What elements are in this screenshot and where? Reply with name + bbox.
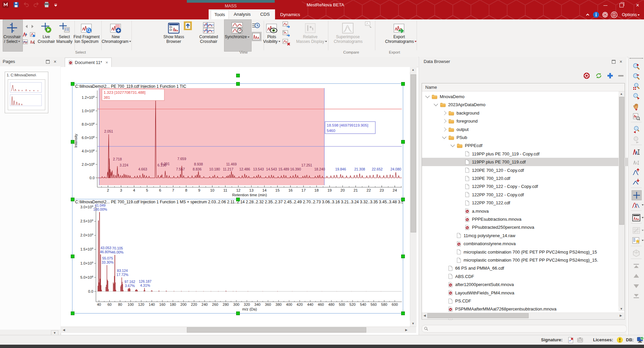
signature-invalid-icon[interactable] <box>568 337 574 343</box>
sync-clock-icon[interactable] <box>252 22 260 30</box>
tree-item[interactable]: LayoutWithFields_PM4.mnova <box>422 289 633 297</box>
selection-handle[interactable] <box>401 82 405 86</box>
full-intensity-icon[interactable] <box>632 147 641 157</box>
tree-hscroll-thumb[interactable] <box>427 313 529 318</box>
ribbon-button-superimpose-chromatograms[interactable]: SuperimposeChromatograms <box>334 20 362 44</box>
document-canvas[interactable]: C:\MnovaDemo\2... PE 700_119.cdf Injecti… <box>61 67 410 327</box>
menu-item-dynamics[interactable]: Dynamics <box>277 11 303 19</box>
pages-float-icon[interactable] <box>45 59 50 64</box>
nav-right-icon[interactable] <box>30 24 35 29</box>
tree-item[interactable]: 2023AprDataDemo <box>422 100 624 109</box>
zoom-previous-icon[interactable] <box>632 125 641 134</box>
selection-handle[interactable] <box>401 255 405 258</box>
tree-item[interactable]: 122PP 700_122 - Copy - Copy.cdf <box>422 182 644 191</box>
selection-handle[interactable] <box>71 140 74 144</box>
tree-item-selected[interactable]: 119PP plus PE 700_119.cdf <box>422 158 644 166</box>
db-status-icon[interactable] <box>637 337 644 343</box>
auto-process-icon[interactable] <box>632 236 641 245</box>
zoom-selection-icon[interactable] <box>632 82 641 91</box>
doc-scroll-left-icon[interactable]: ◀ <box>61 327 66 332</box>
tree-scroll-down-icon[interactable]: ▼ <box>619 306 624 311</box>
remove-gray-icon[interactable] <box>617 72 625 80</box>
tree-item[interactable]: microplastic combination 700 (PE PET PP … <box>422 256 641 264</box>
tree-item[interactable]: foreground <box>422 117 633 125</box>
ribbon-button-plots-visibility[interactable]: PlotsVisibility <box>258 20 286 44</box>
doc-scroll-right-icon[interactable]: ▶ <box>404 327 409 332</box>
refresh-green-icon[interactable] <box>595 72 603 80</box>
ms-chart[interactable]: C:\MnovaDemo\2... PE 700_119.cdf Injecti… <box>72 199 403 314</box>
peak-list-icon[interactable] <box>30 39 36 45</box>
selection-handle[interactable] <box>236 82 240 86</box>
tree-item[interactable]: 122PP 700_122.cdf <box>422 199 644 207</box>
tree-item[interactable]: after12000percentSubt.mnova <box>422 280 633 289</box>
tree-column-header[interactable]: Name <box>422 83 625 91</box>
info-icon[interactable] <box>593 11 599 18</box>
zoom-in-icon[interactable] <box>632 62 641 71</box>
tree-item[interactable]: PPPEsubtractions.mnova <box>422 215 644 223</box>
tree-item[interactable]: 11mcg polystyrene_14.raw <box>422 231 641 240</box>
redo-icon[interactable] <box>32 1 40 9</box>
ribbon-button-synchronize[interactable]: Synchronize <box>223 20 251 44</box>
pages-close-icon[interactable]: × <box>52 59 58 64</box>
sync-minichart-icon[interactable] <box>252 33 260 40</box>
tree-scroll-right-icon[interactable]: ▶ <box>619 313 623 318</box>
ribbon-button-new-chromatogram[interactable]: NewChromatogram <box>102 20 130 44</box>
selection-handle[interactable] <box>236 74 240 77</box>
tree-item[interactable]: PS.CDF <box>422 297 633 305</box>
tree-vscroll-thumb[interactable] <box>619 97 624 225</box>
selection-handle[interactable] <box>401 311 405 315</box>
tree-item[interactable]: a.mnova <box>422 207 644 215</box>
zoom-out-icon[interactable] <box>632 72 641 81</box>
tree-item[interactable]: ABS.CDF <box>422 272 633 281</box>
nudge-down-icon[interactable] <box>632 281 641 291</box>
data-browser-float-icon[interactable] <box>611 59 616 64</box>
ribbon-button-relative-masses-display[interactable]: RelativeMasses Display <box>296 20 324 44</box>
app-logo-icon[interactable] <box>1 0 10 9</box>
collapse-chevron-icon[interactable] <box>442 135 446 139</box>
overlay-spectra-icon[interactable] <box>632 200 641 210</box>
pixel-grid-icon[interactable] <box>632 226 641 235</box>
nudge-up-alt-icon[interactable] <box>632 271 641 281</box>
more-dropdown-icon[interactable] <box>53 1 58 9</box>
tree-item[interactable]: combinationstyrene.mnova <box>422 239 641 248</box>
mass-browser-small-icon[interactable] <box>632 213 641 222</box>
options-button[interactable]: Options <box>622 12 640 17</box>
selection-handle[interactable] <box>401 140 405 144</box>
peak-pick-icon[interactable] <box>22 31 28 38</box>
context-tab-analysis[interactable]: Analysis <box>230 10 254 19</box>
plot-lock-icon[interactable] <box>282 30 290 37</box>
tree-item[interactable]: 119PP plus PE 700_119 - Copy.cdf <box>422 150 644 158</box>
collapse-chevron-icon[interactable] <box>425 94 430 98</box>
ribbon-button-find-fragment-ion-spectrum[interactable]: Find FragmentIon Spectrum <box>72 20 101 44</box>
plot-export-icon[interactable] <box>282 21 290 28</box>
peak-threshold-icon[interactable] <box>22 39 28 45</box>
tree-item[interactable]: PPsubtracted250percent.mnova <box>422 223 644 231</box>
close-button[interactable]: × <box>633 2 643 9</box>
license-pages-icon[interactable] <box>611 11 618 18</box>
save-icon[interactable] <box>12 1 20 9</box>
restore-button[interactable] <box>616 2 627 9</box>
document-tab[interactable]: Document 11* × <box>65 58 112 67</box>
selection-handle[interactable] <box>401 198 405 201</box>
collapse-ribbon-icon[interactable] <box>585 12 590 17</box>
ribbon-button-correlated-crosshair[interactable]: CorrelatedCrosshair <box>195 20 223 44</box>
undo-icon[interactable] <box>22 1 30 9</box>
tree-item[interactable]: 122PP 700_122 - Copy.cdf <box>422 191 644 199</box>
page-thumbnail[interactable]: 1. C:\MnovaDemo\ <box>5 72 48 113</box>
peak-region-icon[interactable] <box>30 31 36 38</box>
doc-scroll-up-icon[interactable]: ▲ <box>410 67 416 72</box>
minimize-button[interactable] <box>600 2 610 9</box>
context-tab-tools[interactable]: Tools <box>211 10 229 19</box>
intensity-up-icon[interactable] <box>632 167 641 177</box>
selection-handle[interactable] <box>236 311 240 315</box>
cube-3d-icon[interactable] <box>632 249 641 258</box>
selection-handle[interactable] <box>71 198 74 201</box>
nav-left-icon[interactable] <box>24 24 29 29</box>
doc-scroll-down-icon[interactable]: ▼ <box>410 321 416 326</box>
tree-item[interactable]: 66 PS and PMMA_66.cdf <box>422 264 633 272</box>
tree-item[interactable]: output <box>422 125 633 134</box>
settings-red-icon[interactable] <box>583 72 591 80</box>
zoom-manual-icon[interactable] <box>632 92 641 101</box>
nudge-up-icon[interactable] <box>632 261 641 271</box>
tree-item[interactable]: MnovaDemo <box>422 92 616 101</box>
